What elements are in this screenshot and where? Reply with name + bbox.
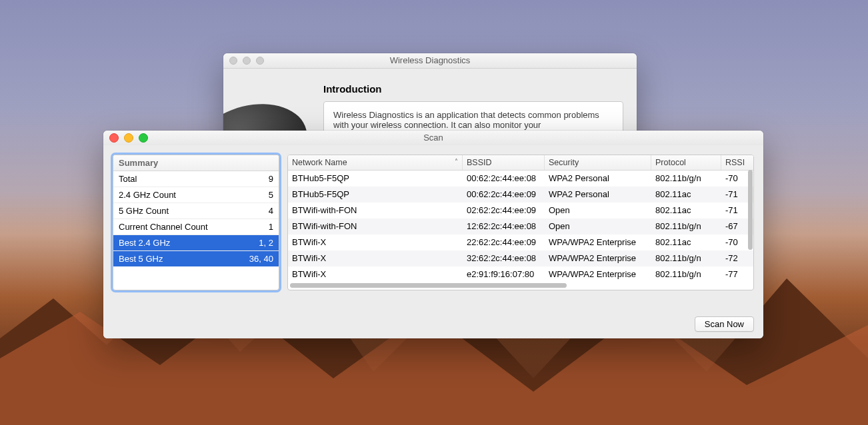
summary-label: 5 GHz Count (119, 206, 169, 216)
titlebar[interactable]: Scan (103, 131, 763, 146)
vertical-scrollbar[interactable] (748, 170, 753, 284)
cell-protocol: 802.11b/g/n (651, 171, 721, 186)
cell-bssid: 02:62:2c:44:ee:09 (463, 203, 545, 218)
intro-text: Wireless Diagnostics is an application t… (333, 110, 599, 130)
cell-protocol: 802.11ac (651, 187, 721, 202)
column-bssid[interactable]: BSSID (463, 155, 545, 170)
cell-security: WPA2 Personal (545, 187, 651, 202)
cell-rssi: -71 (721, 203, 749, 218)
table-row[interactable]: BTWifi-with-FON02:62:2c:44:ee:09Open802.… (288, 203, 753, 218)
page-heading: Introduction (323, 83, 623, 95)
summary-label: Current Channel Count (119, 222, 208, 232)
cell-protocol: 802.11b/g/n (651, 250, 721, 266)
cell-name: BTWifi-with-FON (288, 218, 463, 234)
window-controls (103, 133, 148, 143)
table-row[interactable]: BTWifi-X32:62:2c:44:ee:08WPA/WPA2 Enterp… (288, 250, 753, 266)
cell-security: WPA/WPA2 Enterprise (545, 234, 651, 250)
summary-row[interactable]: Total9 (113, 171, 279, 187)
cell-protocol: 802.11ac (651, 234, 721, 250)
cell-rssi: -71 (721, 187, 749, 202)
zoom-icon[interactable] (256, 57, 264, 65)
column-security[interactable]: Security (545, 155, 651, 170)
cell-protocol: 802.11b/g/n (651, 266, 721, 282)
table-body: BTHub5-F5QP00:62:2c:44:ee:08WPA2 Persona… (288, 171, 753, 282)
cell-rssi: -77 (721, 266, 749, 282)
summary-panel[interactable]: Summary Total92.4 GHz Count55 GHz Count4… (113, 155, 279, 290)
cell-name: BTHub5-F5QP (288, 187, 463, 202)
cell-bssid: 22:62:2c:44:ee:09 (463, 234, 545, 250)
table-row[interactable]: BTWifi-Xe2:91:f9:16:07:80WPA/WPA2 Enterp… (288, 266, 753, 282)
cell-bssid: 32:62:2c:44:ee:08 (463, 250, 545, 266)
cell-name: BTWifi-X (288, 266, 463, 282)
close-icon[interactable] (109, 133, 119, 143)
summary-value: 9 (269, 174, 273, 184)
cell-rssi: -72 (721, 250, 749, 266)
summary-value: 1 (269, 222, 273, 232)
column-network-name[interactable]: Network Name ˄ (288, 155, 463, 170)
cell-security: WPA2 Personal (545, 171, 651, 186)
summary-row[interactable]: Current Channel Count1 (113, 219, 279, 235)
cell-rssi: -70 (721, 234, 749, 250)
summary-row[interactable]: Best 5 GHz36, 40 (113, 251, 279, 266)
cell-rssi: -70 (721, 171, 749, 186)
table-row[interactable]: BTHub5-F5QP00:62:2c:44:ee:08WPA2 Persona… (288, 171, 753, 187)
summary-value: 5 (269, 190, 273, 200)
cell-security: WPA/WPA2 Enterprise (545, 266, 651, 282)
horizontal-scrollbar[interactable] (290, 282, 751, 288)
cell-name: BTWifi-X (288, 234, 463, 250)
scan-now-button[interactable]: Scan Now (695, 316, 754, 332)
zoom-icon[interactable] (139, 133, 148, 143)
summary-label: Best 5 GHz (119, 254, 163, 264)
window-title: Wireless Diagnostics (223, 53, 637, 68)
cell-security: Open (545, 203, 651, 218)
cell-name: BTHub5-F5QP (288, 171, 463, 186)
desktop-background: Wireless Diagnostics Introduction Wirele… (0, 0, 868, 425)
cell-bssid: 12:62:2c:44:ee:08 (463, 218, 545, 234)
column-protocol[interactable]: Protocol (651, 155, 721, 170)
table-header-row: Network Name ˄ BSSID Security Protocol R… (288, 155, 753, 171)
cell-bssid: 00:62:2c:44:ee:09 (463, 187, 545, 202)
summary-value: 4 (269, 206, 273, 216)
table-row[interactable]: BTWifi-with-FON12:62:2c:44:ee:08Open802.… (288, 218, 753, 234)
cell-rssi: -67 (721, 218, 749, 234)
cell-protocol: 802.11b/g/n (651, 218, 721, 234)
summary-header: Summary (113, 155, 279, 171)
table-row[interactable]: BTWifi-X22:62:2c:44:ee:09WPA/WPA2 Enterp… (288, 234, 753, 250)
window-title: Scan (103, 131, 763, 145)
summary-label: 2.4 GHz Count (119, 190, 176, 200)
summary-row[interactable]: Best 2.4 GHz1, 2 (113, 235, 279, 251)
close-icon[interactable] (229, 57, 237, 65)
cell-bssid: e2:91:f9:16:07:80 (463, 266, 545, 282)
cell-protocol: 802.11ac (651, 203, 721, 218)
cell-name: BTWifi-X (288, 250, 463, 266)
cell-bssid: 00:62:2c:44:ee:08 (463, 171, 545, 186)
table-row[interactable]: BTHub5-F5QP00:62:2c:44:ee:09WPA2 Persona… (288, 187, 753, 203)
networks-table[interactable]: Network Name ˄ BSSID Security Protocol R… (287, 155, 754, 290)
summary-value: 36, 40 (249, 254, 273, 264)
column-label: Network Name (292, 158, 347, 167)
column-rssi[interactable]: RSSI (721, 155, 749, 170)
minimize-icon[interactable] (243, 57, 251, 65)
window-scan: Scan Summary Total92.4 GHz Count55 GHz C… (103, 131, 763, 338)
cell-security: WPA/WPA2 Enterprise (545, 250, 651, 266)
summary-label: Best 2.4 GHz (119, 238, 170, 248)
summary-row[interactable]: 5 GHz Count4 (113, 203, 279, 219)
minimize-icon[interactable] (124, 133, 133, 143)
summary-value: 1, 2 (259, 238, 273, 248)
summary-label: Total (119, 174, 137, 184)
window-controls (223, 57, 264, 65)
summary-row[interactable]: 2.4 GHz Count5 (113, 187, 279, 203)
cell-security: Open (545, 218, 651, 234)
sort-ascending-icon: ˄ (455, 158, 458, 165)
titlebar[interactable]: Wireless Diagnostics (223, 53, 637, 69)
cell-name: BTWifi-with-FON (288, 203, 463, 218)
